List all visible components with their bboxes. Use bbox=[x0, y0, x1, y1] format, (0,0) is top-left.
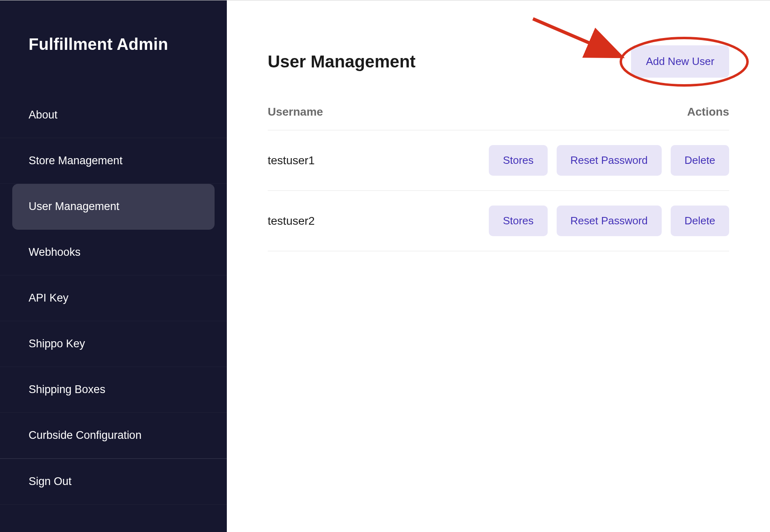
table-header: Username Actions bbox=[268, 105, 729, 130]
page-header: User Management Add New User bbox=[268, 45, 729, 78]
users-table: Username Actions testuser1 Stores Reset … bbox=[268, 105, 729, 251]
sidebar-title: Fulfillment Admin bbox=[0, 35, 227, 92]
stores-button[interactable]: Stores bbox=[489, 145, 547, 176]
sidebar: Fulfillment Admin About Store Management… bbox=[0, 0, 227, 532]
sidebar-item-label: Store Management bbox=[29, 154, 123, 167]
sidebar-item-label: About bbox=[29, 109, 58, 121]
actions-cell: Stores Reset Password Delete bbox=[489, 206, 729, 236]
reset-password-button[interactable]: Reset Password bbox=[557, 145, 662, 176]
delete-button[interactable]: Delete bbox=[671, 145, 729, 176]
sidebar-item-user-management[interactable]: User Management bbox=[12, 184, 215, 230]
sidebar-item-label: API Key bbox=[29, 292, 69, 304]
svg-line-2 bbox=[533, 19, 619, 56]
sidebar-item-api-key[interactable]: API Key bbox=[0, 275, 227, 321]
sidebar-item-label: Curbside Configuration bbox=[29, 429, 141, 441]
sidebar-item-label: Webhooks bbox=[29, 246, 81, 258]
sidebar-item-label: Shippo Key bbox=[29, 338, 85, 350]
table-row: testuser1 Stores Reset Password Delete bbox=[268, 130, 729, 191]
page-title: User Management bbox=[268, 52, 416, 72]
add-new-user-button[interactable]: Add New User bbox=[631, 45, 729, 78]
sidebar-item-label: User Management bbox=[29, 200, 119, 212]
add-button-wrapper: Add New User bbox=[631, 45, 729, 78]
sidebar-item-label: Shipping Boxes bbox=[29, 383, 105, 396]
sidebar-item-curbside-configuration[interactable]: Curbside Configuration bbox=[0, 413, 227, 458]
table-row: testuser2 Stores Reset Password Delete bbox=[268, 191, 729, 251]
sidebar-item-store-management[interactable]: Store Management bbox=[0, 138, 227, 184]
sidebar-item-about[interactable]: About bbox=[0, 92, 227, 138]
sidebar-item-sign-out[interactable]: Sign Out bbox=[0, 458, 227, 505]
annotation-arrow-icon bbox=[525, 11, 639, 76]
username-cell: testuser2 bbox=[268, 215, 315, 228]
sidebar-item-label: Sign Out bbox=[29, 475, 72, 487]
sidebar-item-shipping-boxes[interactable]: Shipping Boxes bbox=[0, 367, 227, 413]
stores-button[interactable]: Stores bbox=[489, 206, 547, 236]
actions-cell: Stores Reset Password Delete bbox=[489, 145, 729, 176]
sidebar-item-webhooks[interactable]: Webhooks bbox=[0, 230, 227, 275]
column-header-actions: Actions bbox=[687, 105, 729, 118]
sidebar-item-shippo-key[interactable]: Shippo Key bbox=[0, 321, 227, 367]
column-header-username: Username bbox=[268, 105, 323, 118]
delete-button[interactable]: Delete bbox=[671, 206, 729, 236]
reset-password-button[interactable]: Reset Password bbox=[557, 206, 662, 236]
username-cell: testuser1 bbox=[268, 154, 315, 167]
main-content: User Management Add New User Username Ac… bbox=[227, 0, 770, 532]
